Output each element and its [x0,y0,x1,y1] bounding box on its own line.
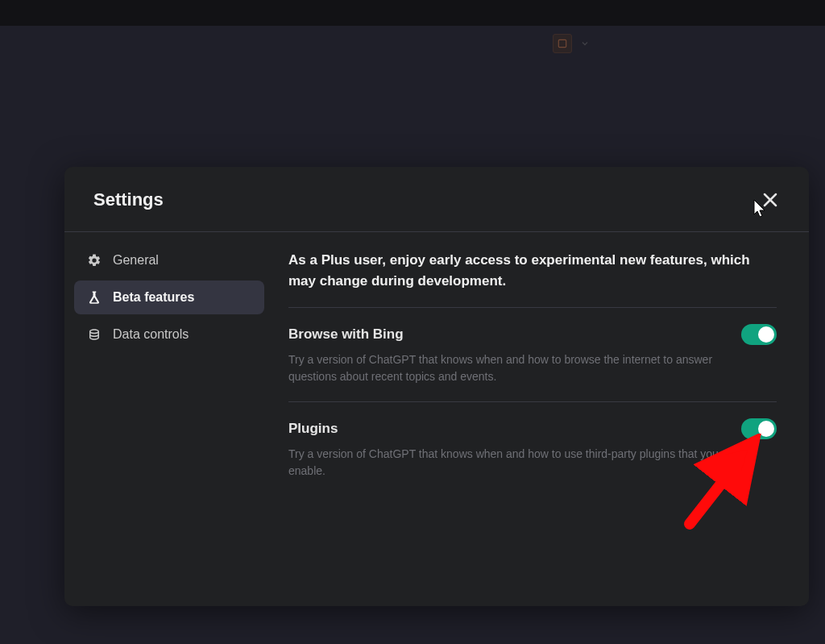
sidebar-item-data-controls[interactable]: Data controls [74,318,264,351]
feature-title: Browse with Bing [288,326,404,343]
feature-header: Browse with Bing [288,324,777,345]
window-topbar [0,0,825,26]
sidebar-item-general[interactable]: General [74,243,264,277]
close-button[interactable] [761,190,780,210]
modal-body: General Beta features Data controls As [64,232,809,606]
gear-icon [87,253,102,268]
toggle-knob [758,326,774,343]
sidebar-item-label: Beta features [113,290,194,305]
settings-sidebar: General Beta features Data controls [64,232,274,606]
chevron-down-icon[interactable] [580,37,590,52]
sidebar-item-beta-features[interactable]: Beta features [74,280,264,314]
database-icon [87,327,102,342]
svg-rect-0 [558,39,566,47]
feature-description: Try a version of ChatGPT that knows when… [288,351,740,385]
plugin-store-badge[interactable] [553,34,572,53]
app-background: Settings General [0,26,825,644]
close-icon [761,190,780,210]
settings-modal: Settings General [64,167,809,606]
feature-title: Plugins [288,421,338,437]
feature-description: Try a version of ChatGPT that knows when… [288,446,740,480]
feature-plugins: Plugins Try a version of ChatGPT that kn… [288,402,777,496]
sidebar-item-label: General [113,253,159,268]
beta-intro-text: As a Plus user, enjoy early access to ex… [288,250,777,308]
toggle-browse-with-bing[interactable] [741,324,777,345]
modal-title: Settings [93,189,164,210]
modal-header: Settings [64,167,809,232]
beaker-icon [87,290,102,305]
settings-content: As a Plus user, enjoy early access to ex… [274,232,809,606]
toggle-knob [758,421,774,437]
toggle-plugins[interactable] [741,418,777,439]
sidebar-item-label: Data controls [113,327,189,342]
feature-header: Plugins [288,418,777,439]
feature-browse-with-bing: Browse with Bing Try a version of ChatGP… [288,308,777,402]
